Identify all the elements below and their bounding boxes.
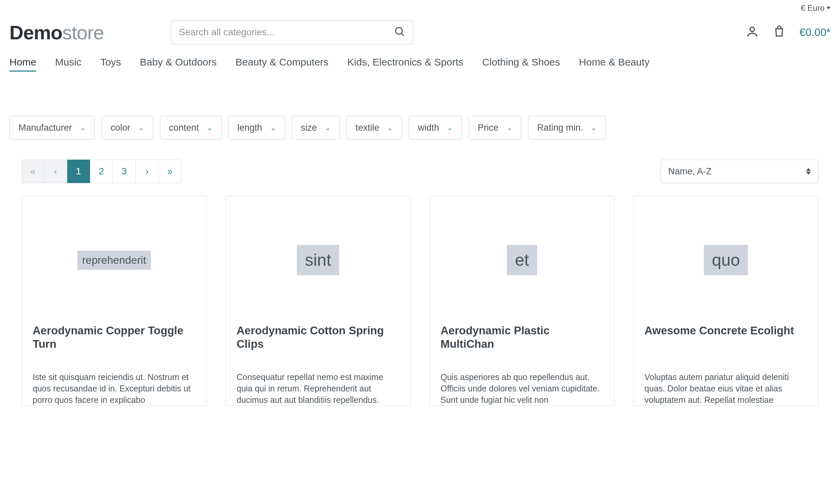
chevron-down-icon: ⌄ (80, 124, 86, 132)
main-nav: HomeMusicToysBaby & OutdoorsBeauty & Com… (0, 52, 840, 79)
filter-manufacturer[interactable]: Manufacturer⌄ (10, 116, 95, 140)
search-box[interactable] (171, 20, 413, 44)
product-card[interactable]: sintAerodynamic Cotton Spring ClipsConse… (226, 196, 411, 406)
chevron-down-icon: ⌄ (325, 124, 331, 132)
filter-length[interactable]: length⌄ (228, 116, 285, 140)
product-title: Aerodynamic Copper Toggle Turn (33, 324, 196, 363)
sort-arrows-icon (806, 168, 811, 175)
filter-label: length (237, 123, 262, 133)
filter-label: textile (356, 123, 379, 133)
product-description: Voluptas autem pariatur aliquid deleniti… (644, 363, 807, 406)
svg-line-1 (401, 33, 404, 36)
product-card[interactable]: reprehenderitAerodynamic Copper Toggle T… (21, 196, 207, 406)
product-image-placeholder: sint (297, 245, 339, 275)
product-card[interactable]: etAerodynamic Plastic MultiChanQuis aspe… (430, 196, 615, 406)
filter-label: Price (478, 123, 499, 133)
page-3[interactable]: 3 (113, 160, 136, 183)
product-description: Iste sit quisquam reiciendis ut. Nostrum… (33, 363, 196, 406)
caret-down-icon (826, 7, 830, 10)
nav-item-0[interactable]: Home (10, 56, 36, 72)
filter-price[interactable]: Price⌄ (468, 116, 521, 140)
filter-bar: Manufacturer⌄color⌄content⌄length⌄size⌄t… (0, 79, 840, 140)
product-description: Consequatur repellat nemo est maxime qui… (237, 363, 400, 406)
svg-point-2 (750, 27, 755, 32)
pagination: «‹123›» (21, 160, 181, 183)
product-description: Quis asperiores ab quo repellendus aut. … (441, 363, 604, 406)
nav-item-5[interactable]: Kids, Electronics & Sports (347, 56, 463, 72)
nav-item-2[interactable]: Toys (100, 56, 121, 72)
search-icon[interactable] (394, 26, 405, 39)
product-title: Awesome Concrete Ecolight (644, 324, 807, 363)
logo-light: store (62, 21, 104, 43)
product-grid: reprehenderitAerodynamic Copper Toggle T… (0, 183, 840, 406)
filter-label: Manufacturer (18, 123, 72, 133)
filter-color[interactable]: color⌄ (102, 116, 153, 140)
chevron-down-icon: ⌄ (270, 124, 276, 132)
filter-content[interactable]: content⌄ (160, 116, 222, 140)
sort-selected: Name, A-Z (668, 166, 712, 177)
svg-point-0 (396, 28, 403, 34)
product-title: Aerodynamic Plastic MultiChan (441, 324, 604, 363)
chevron-down-icon: ⌄ (207, 124, 212, 132)
product-image-placeholder: quo (704, 245, 748, 275)
filter-size[interactable]: size⌄ (292, 116, 340, 140)
nav-item-3[interactable]: Baby & Outdoors (140, 56, 216, 72)
nav-item-4[interactable]: Beauty & Computers (236, 56, 329, 72)
page-next[interactable]: › (136, 160, 159, 183)
filter-rating-min-[interactable]: Rating min.⌄ (528, 116, 606, 140)
nav-item-6[interactable]: Clothing & Shoes (482, 56, 560, 72)
currency-label: € Euro (801, 3, 824, 13)
nav-item-7[interactable]: Home & Beauty (579, 56, 649, 72)
page-prev: ‹ (44, 160, 67, 183)
cart-total[interactable]: €0.00* (799, 26, 830, 39)
filter-label: Rating min. (537, 123, 583, 133)
filter-textile[interactable]: textile⌄ (346, 116, 403, 140)
chevron-down-icon: ⌄ (506, 124, 512, 132)
sort-select[interactable]: Name, A-Z (661, 160, 819, 183)
chevron-down-icon: ⌄ (139, 124, 144, 132)
chevron-down-icon: ⌄ (387, 124, 393, 132)
product-image-placeholder: reprehenderit (77, 251, 150, 270)
nav-item-1[interactable]: Music (55, 56, 81, 72)
cart-icon[interactable] (772, 25, 786, 40)
page-2[interactable]: 2 (90, 160, 113, 183)
page-1[interactable]: 1 (67, 160, 90, 183)
search-input[interactable] (179, 27, 394, 38)
page-last[interactable]: » (159, 160, 181, 183)
currency-selector[interactable]: € Euro (801, 3, 830, 13)
chevron-down-icon: ⌄ (447, 124, 453, 132)
filter-label: color (111, 123, 130, 133)
filter-label: content (169, 123, 199, 133)
logo-bold: Demo (10, 21, 62, 43)
logo[interactable]: Demostore (10, 21, 104, 44)
product-image-placeholder: et (507, 245, 537, 275)
filter-width[interactable]: width⌄ (409, 116, 462, 140)
filter-label: width (418, 123, 439, 133)
chevron-down-icon: ⌄ (591, 124, 597, 132)
filter-label: size (301, 123, 317, 133)
product-title: Aerodynamic Cotton Spring Clips (237, 324, 400, 363)
product-card[interactable]: quoAwesome Concrete EcolightVoluptas aut… (633, 196, 819, 406)
page-first: « (21, 160, 44, 183)
account-icon[interactable] (746, 25, 759, 40)
